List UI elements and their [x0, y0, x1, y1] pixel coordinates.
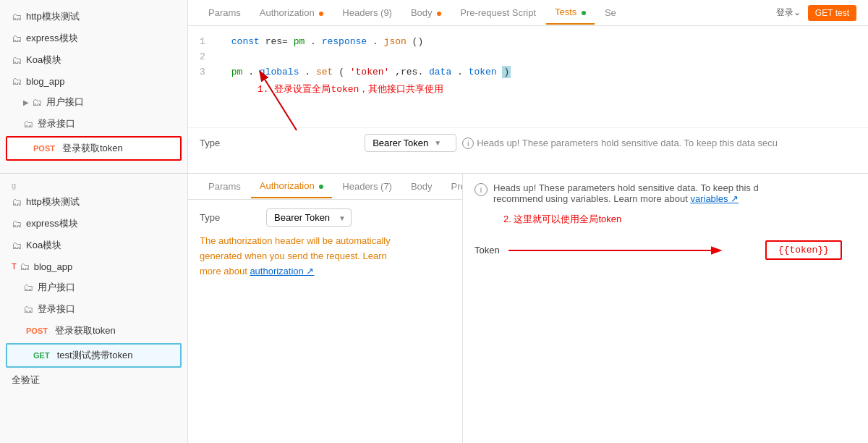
folder-icon: 🗂 [12, 196, 22, 208]
info-icon-bot: i [475, 183, 488, 196]
line-number: 2 [200, 50, 211, 65]
token-value-display: {{token}} [765, 240, 842, 260]
code-line-2: 2 [200, 50, 856, 65]
code-editor-top: 1 const res= pm . response . json () 2 3… [188, 26, 868, 127]
folder-icon: 🗂 [12, 218, 22, 229]
dot-icon [319, 12, 323, 16]
sidebar-item-express-bot[interactable]: 🗂 express模块 [0, 213, 187, 235]
chevron-icon: ▶ [23, 98, 29, 106]
sidebar-item-user-api-top[interactable]: ▶ 🗂 用户接口 [0, 91, 187, 113]
tab-pre-request-bot[interactable]: Pre-request Script [443, 175, 463, 198]
dot-icon [319, 185, 323, 189]
sidebar-item-express-top[interactable]: 🗂 express模块 [0, 28, 187, 49]
line-number: 3 [200, 65, 211, 80]
get-badge: GET [30, 350, 53, 360]
post-badge: POST [30, 143, 58, 153]
sidebar-item-login-api-bot[interactable]: 🗂 登录接口 [0, 298, 187, 320]
folder-icon: 🗂 [12, 11, 22, 22]
sidebar-item-blog-bot[interactable]: T 🗂 blog_app [0, 256, 187, 277]
tab-params-top[interactable]: Params [200, 1, 250, 24]
tab-params-bot[interactable]: Params [200, 175, 250, 198]
token-row: Token {{token}} [475, 240, 856, 260]
info-icon-top: i [462, 138, 474, 149]
sidebar-item-post-login-top[interactable]: POST 登录获取token [6, 136, 182, 161]
t-badge: T [12, 262, 17, 271]
sidebar-item-login-api-top[interactable]: 🗂 登录接口 [0, 113, 187, 135]
tab-headers-top[interactable]: Headers (9) [333, 1, 401, 24]
code-line-3: 3 pm . globals . set ( 'token' ,res. dat… [200, 65, 856, 80]
quanyanzheng-label: 全验证 [0, 369, 187, 391]
info-box: i Heads up! These parameters hold sensit… [475, 182, 836, 204]
dot-icon [437, 12, 441, 16]
arrow-svg [509, 243, 757, 258]
folder-icon: 🗂 [12, 240, 22, 251]
tab-tests-top[interactable]: Tests [546, 1, 595, 25]
top-tab-bar: Params Authorization Headers (9) Body Pr… [188, 0, 868, 26]
login-button-top[interactable]: 登录⌄ [776, 7, 801, 19]
line-number: 1 [200, 35, 211, 50]
heads-up-info-top: i Heads up! These parameters hold sensit… [462, 138, 778, 149]
tab-pre-request-top[interactable]: Pre-request Script [451, 1, 545, 24]
bearer-token-select[interactable]: Bearer Token No Auth API Key Basic Auth [266, 208, 352, 227]
tab-authorization-bot[interactable]: Authorization [251, 174, 333, 198]
dot-icon [582, 11, 586, 15]
post-badge: POST [23, 326, 51, 336]
folder-icon: 🗂 [23, 282, 33, 293]
tab-body-bot[interactable]: Body [402, 175, 441, 198]
type-label-top: Type [200, 138, 220, 148]
info-text: Heads up! These parameters hold sensitiv… [493, 182, 759, 204]
folder-icon: 🗂 [20, 261, 30, 272]
bearer-token-dropdown-top[interactable]: Bearer Token ▼ [365, 134, 456, 152]
sidebar-item-user-api-bot[interactable]: 🗂 用户接口 [0, 277, 187, 298]
dropdown-arrow-icon: ▼ [434, 139, 441, 147]
folder-icon: 🗂 [12, 54, 22, 66]
sidebar-item-http-module-bot[interactable]: 🗂 http模块测试 [0, 191, 187, 213]
type-label-bot: Type [200, 212, 258, 223]
tab-se-top[interactable]: Se [596, 1, 625, 24]
tab-authorization-top[interactable]: Authorization [251, 1, 333, 24]
sidebar-item-post-login-bot[interactable]: POST 登录获取token [0, 320, 187, 342]
folder-icon: 🗂 [23, 303, 33, 315]
tab-headers-bot[interactable]: Headers (7) [333, 175, 401, 198]
authorization-link[interactable]: authorization ↗ [250, 266, 314, 277]
get-test-button[interactable]: GET test [808, 5, 856, 21]
auth-description: The authorization header will be automat… [188, 227, 462, 286]
section-prefix-g: g [0, 180, 187, 191]
folder-icon: 🗂 [12, 75, 22, 87]
sidebar-item-blog-top[interactable]: 🗂 blog_app [0, 71, 187, 91]
annotation-1: 1. 登录设置全局token，其他接口共享使用 [258, 83, 856, 98]
folder-icon: 🗂 [32, 96, 42, 108]
sidebar-item-get-test[interactable]: GET test测试携带token [6, 343, 182, 368]
sidebar-item-http-module-top[interactable]: 🗂 http模块测试 [0, 6, 187, 28]
sidebar-item-koa-top[interactable]: 🗂 Koa模块 [0, 49, 187, 71]
code-line-1: 1 const res= pm . response . json () [200, 35, 856, 50]
folder-icon: 🗂 [12, 33, 22, 44]
token-label: Token [475, 245, 500, 256]
bottom-tab-bar: Params Authorization Headers (7) Body Pr… [188, 174, 462, 200]
annotation-2: 2. 这里就可以使用全局token [503, 213, 856, 226]
tab-body-top[interactable]: Body [402, 1, 450, 24]
sidebar-item-koa-bot[interactable]: 🗂 Koa模块 [0, 235, 187, 256]
bearer-token-dropdown[interactable]: Bearer Token No Auth API Key Basic Auth … [266, 208, 352, 227]
folder-icon: 🗂 [23, 118, 33, 130]
variables-link[interactable]: variables ↗ [690, 193, 739, 204]
